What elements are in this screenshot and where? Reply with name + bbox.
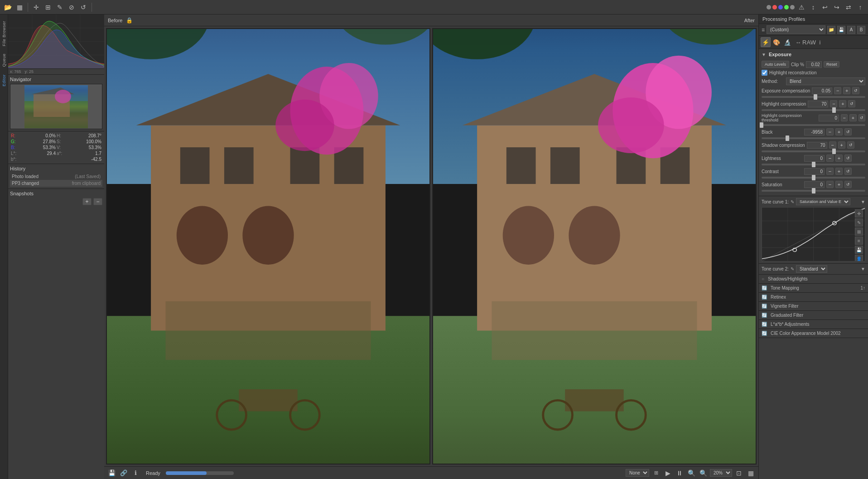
hct-slider[interactable] <box>762 124 865 126</box>
exposure-compensation-inc[interactable]: + <box>843 87 850 94</box>
highlight-reconstruction-checkbox[interactable] <box>762 70 767 76</box>
black-dec[interactable]: − <box>826 128 834 135</box>
layout-icon[interactable]: ▦ <box>14 2 24 12</box>
info-icon[interactable]: ℹ <box>130 468 140 478</box>
tone-curve-1-select[interactable]: Saturation and Value E <box>796 198 850 205</box>
profile-select[interactable]: (Custom) <box>767 25 825 34</box>
arrow-icon[interactable]: ↕ <box>808 2 818 12</box>
cie-cam-row[interactable]: 🔄 CIE Color Appearance Model 2002 <box>759 329 868 338</box>
auto-levels-btn[interactable]: Auto Levels <box>762 61 789 68</box>
tone-curve-1-pencil[interactable]: ✎ <box>791 199 794 204</box>
exposure-compensation-dec[interactable]: − <box>834 87 841 94</box>
saturation-reset[interactable]: ↺ <box>844 181 852 188</box>
highlight-compression-dec[interactable]: − <box>830 100 837 107</box>
contrast-slider[interactable] <box>762 177 865 179</box>
exposure-section-header[interactable]: ▼ Exposure <box>762 51 865 58</box>
profile-copy-btn[interactable]: A <box>847 26 855 34</box>
more-icon[interactable]: ↑ <box>855 2 865 12</box>
lightness-dec[interactable]: − <box>826 155 834 162</box>
curve-tool-pencil[interactable]: ✎ <box>855 218 863 227</box>
after-image-panel[interactable] <box>432 28 757 464</box>
contrast-thumb[interactable] <box>812 175 815 180</box>
graduated-filter-row[interactable]: 🔄 Graduated Filter <box>759 311 868 320</box>
curve-tool-save[interactable]: 💾 <box>855 246 863 254</box>
exposure-compensation-input[interactable] <box>812 87 832 94</box>
tab-raw[interactable]: RAW <box>804 37 814 47</box>
tone-mapping-row[interactable]: 🔄 Tone Mapping 1↑ <box>759 284 868 293</box>
vignette-filter-row[interactable]: 🔄 Vignette Filter <box>759 302 868 311</box>
shadow-compression-reset[interactable]: ↺ <box>847 141 854 149</box>
eyedropper-icon[interactable]: ⊘ <box>67 2 77 12</box>
tab-detail[interactable]: 🔬 <box>782 37 792 47</box>
sidebar-item-queue[interactable]: Queue <box>1 50 7 71</box>
saturation-input[interactable] <box>804 181 825 188</box>
snapshot-add-btn[interactable]: + <box>82 198 92 205</box>
shadow-compression-input[interactable] <box>807 142 827 149</box>
tone-curve-1-dropdown[interactable]: ▼ <box>861 199 865 204</box>
shadows-highlights-row[interactable]: ○ Shadows/Highlights <box>759 275 868 284</box>
black-thumb[interactable] <box>786 135 789 141</box>
retinex-row[interactable]: 🔄 Retinex <box>759 293 868 302</box>
tone-curve-2-pencil[interactable]: ✎ <box>791 266 794 271</box>
none-select[interactable]: None <box>626 469 649 477</box>
hct-reset[interactable]: ↺ <box>858 114 865 121</box>
clip-pct-input[interactable] <box>806 61 822 68</box>
method-select[interactable]: Blend <box>786 77 865 85</box>
tab-transform[interactable]: ↔ <box>793 37 803 47</box>
curve-tool-cross[interactable]: ✛ <box>855 209 863 218</box>
shadow-compression-slider[interactable] <box>762 150 865 152</box>
zoom-select[interactable]: 20% <box>710 469 732 477</box>
contrast-input[interactable] <box>804 168 825 175</box>
reset-btn[interactable]: Reset <box>824 61 840 68</box>
zoom-fit-icon[interactable]: ⊞ <box>651 468 661 478</box>
sidebar-item-file-browser[interactable]: File Browser <box>1 17 7 50</box>
sidebar-item-editor[interactable]: Editor <box>1 71 7 90</box>
black-slider[interactable] <box>762 137 865 139</box>
black-inc[interactable]: + <box>835 128 843 135</box>
warning-icon[interactable]: ⚠ <box>796 2 806 12</box>
exposure-compensation-thumb[interactable] <box>814 94 817 100</box>
exposure-compensation-reset[interactable]: ↺ <box>852 87 859 94</box>
profile-save-btn[interactable]: 💾 <box>837 26 845 34</box>
lightness-slider[interactable] <box>762 164 865 165</box>
profile-paste-btn[interactable]: B <box>857 26 865 34</box>
black-input[interactable] <box>804 129 825 135</box>
curve-tool-person[interactable]: 👤 <box>855 255 863 261</box>
zoom-plus-icon[interactable]: 🔍 <box>698 468 708 478</box>
tab-exposure[interactable]: ⚡ <box>761 37 771 47</box>
profile-load-btn[interactable]: 📁 <box>827 26 835 34</box>
open-folder-icon[interactable]: 📂 <box>3 2 13 12</box>
before-image-panel[interactable] <box>106 28 430 464</box>
hct-thumb[interactable] <box>760 122 763 128</box>
tab-color[interactable]: 🎨 <box>772 37 781 47</box>
lightness-thumb[interactable] <box>812 162 815 167</box>
hct-input[interactable] <box>819 115 839 121</box>
fullscreen-icon[interactable]: ⊡ <box>734 468 744 478</box>
lightness-input[interactable] <box>804 155 825 162</box>
tone-curve-2-select[interactable]: Standard <box>796 265 827 273</box>
save-icon[interactable]: 💾 <box>107 468 117 478</box>
shadow-compression-thumb[interactable] <box>832 149 836 154</box>
link-icon[interactable]: 🔗 <box>119 468 129 478</box>
highlight-compression-thumb[interactable] <box>832 107 836 113</box>
crop-icon[interactable]: ✛ <box>31 2 41 12</box>
curve-tool-paste[interactable]: ≡ <box>855 237 863 245</box>
saturation-slider[interactable] <box>762 190 865 192</box>
saturation-inc[interactable]: + <box>835 181 843 188</box>
tab-metadata[interactable]: i <box>815 37 825 47</box>
tone-curve-2-dropdown[interactable]: ▼ <box>861 266 865 271</box>
highlight-compression-input[interactable] <box>808 101 828 107</box>
history-item-0[interactable]: Photo loaded (Last Saved) <box>10 173 102 180</box>
pause-icon[interactable]: ⏸ <box>675 468 685 478</box>
tone-curve-1-canvas[interactable]: ✛ ✎ ⊞ ≡ 💾 👤 <box>762 207 865 261</box>
exposure-compensation-slider[interactable] <box>762 96 865 98</box>
rotate-icon[interactable]: ↩ <box>820 2 830 12</box>
history-item-1[interactable]: PP3 changed from clipboard <box>10 180 102 187</box>
black-reset[interactable]: ↺ <box>844 128 852 135</box>
contrast-reset[interactable]: ↺ <box>844 168 852 175</box>
lightness-reset[interactable]: ↺ <box>844 155 852 162</box>
contrast-dec[interactable]: − <box>826 168 834 175</box>
play-icon[interactable]: ▶ <box>663 468 673 478</box>
highlight-compression-inc[interactable]: + <box>839 100 846 107</box>
lightness-inc[interactable]: + <box>835 155 843 162</box>
